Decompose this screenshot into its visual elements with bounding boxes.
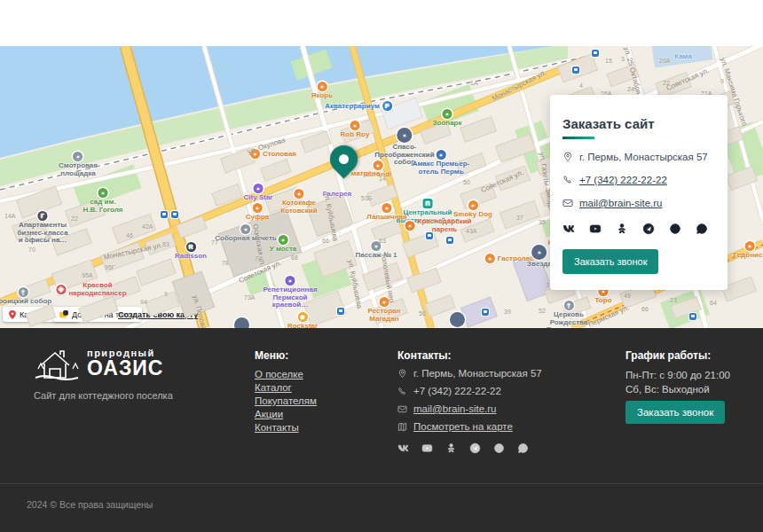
- house-number: 9: [720, 78, 724, 84]
- map-poi-label: •Smoky Dog: [453, 200, 492, 219]
- order-site-card: Заказать сайт г. Пермь, Монастырская 57 …: [550, 95, 728, 290]
- map-poi-label: †Троицкий собор: [0, 287, 51, 306]
- house-number: 72: [255, 255, 262, 262]
- map-poi-label: матрёна: [351, 170, 381, 178]
- card-order-call-button[interactable]: Заказать звонок: [562, 249, 658, 274]
- house-number: 35: [539, 219, 546, 225]
- house-number: 95А: [82, 272, 92, 278]
- footer-divider: [0, 483, 763, 484]
- poi-icon: •: [285, 276, 295, 286]
- schedule-line: Пн-Пт: с 9:00 до 21:00: [625, 368, 730, 382]
- poi-icon: •: [468, 200, 477, 210]
- viber-icon[interactable]: [493, 442, 505, 454]
- youtube-icon[interactable]: [421, 442, 433, 454]
- card-email-link[interactable]: mail@brain-site.ru: [579, 198, 662, 208]
- poi-text: Якорь: [311, 91, 333, 99]
- poi-text: У моста: [270, 245, 297, 253]
- house-number: 52: [539, 308, 546, 314]
- taxi-icon: [59, 310, 68, 318]
- ok-icon[interactable]: [445, 442, 457, 454]
- poi-text: Церковь Рождества Богородицы: [547, 310, 591, 328]
- map-poi-label: •сад им. Н.В. Гоголя: [83, 188, 123, 214]
- poi-text: Смотровая площадка: [59, 161, 98, 177]
- footer-menu-link[interactable]: Покупателям: [255, 395, 317, 408]
- map-poi-label: •Котокафе Котовский: [280, 189, 317, 215]
- house-number: 22: [71, 215, 78, 222]
- map-poi-label: •Пассаж № 1: [355, 241, 397, 260]
- vk-icon[interactable]: [562, 223, 575, 235]
- poi-text: Суфра: [246, 213, 269, 221]
- map-poi-label: •Амакс Премьер- отель Пермь: [413, 150, 469, 176]
- house-number: 3: [621, 56, 625, 62]
- footer-contacts-column: Контакты: г. Пермь, Монастырская 57 +7 (…: [397, 349, 542, 454]
- map-poi-label: •Звезда: [527, 245, 552, 269]
- map-poi-label: •Репетиционная Пермской краевой…: [263, 276, 317, 309]
- house-number: 66: [641, 306, 649, 312]
- card-phone-row: +7 (342) 222-22-22: [562, 175, 715, 185]
- footer-menu-link[interactable]: Акции: [255, 408, 317, 421]
- house-number: 1А: [470, 80, 478, 86]
- footer-menu-link[interactable]: О поселке: [255, 368, 317, 381]
- location-pin-icon: [562, 152, 573, 162]
- footer-menu-link[interactable]: Контакты: [255, 421, 317, 434]
- telegram-icon[interactable]: [469, 442, 481, 454]
- transit-stop-icon: [337, 308, 344, 315]
- poi-icon: •: [532, 245, 547, 260]
- poi-text: Троицкий собор: [0, 297, 51, 305]
- whatsapp-icon[interactable]: [696, 223, 708, 235]
- email-icon: [562, 198, 573, 208]
- vk-icon[interactable]: [397, 442, 409, 454]
- viber-icon[interactable]: [669, 223, 681, 235]
- route-pin-icon: [9, 310, 16, 319]
- whatsapp-icon[interactable]: [517, 442, 529, 454]
- map-poi-label: •Лапшичная: [366, 203, 406, 222]
- ok-icon[interactable]: [616, 223, 628, 235]
- email-icon: [397, 404, 407, 414]
- phone-icon: [562, 175, 573, 185]
- card-title: Заказать сайт: [562, 116, 715, 131]
- poi-icon: •: [278, 235, 287, 245]
- telegram-icon[interactable]: [642, 223, 655, 235]
- card-address: г. Пермь, Монастырская 57: [579, 152, 708, 162]
- poi-text: Зоопарк: [433, 119, 462, 127]
- footer-phone-link[interactable]: +7 (342) 222-22-22: [413, 386, 501, 396]
- house-number: 42А: [142, 223, 153, 230]
- house-number: 46: [126, 232, 133, 239]
- card-phone-link[interactable]: +7 (342) 222-22-22: [579, 175, 667, 185]
- footer-order-call-button[interactable]: Заказать звонок: [625, 401, 725, 424]
- transit-stop-icon: [572, 66, 579, 74]
- footer-menu-link[interactable]: Каталог: [255, 381, 317, 395]
- poi-icon: •: [98, 188, 107, 198]
- map-poi-label: •Суфра: [246, 203, 269, 222]
- footer-tagline: Сайт для коттеджного поселка: [34, 390, 173, 401]
- poi-icon: •: [74, 152, 83, 161]
- poi-text: Акватеррариум: [325, 103, 380, 111]
- map-poi-label: •Смотровая площадка: [59, 152, 98, 177]
- poi-icon: ✚: [56, 285, 66, 294]
- footer-map-link[interactable]: Посмотреть на карте: [413, 421, 513, 432]
- map-poi-label: •Соборная мечеть: [215, 224, 277, 243]
- poi-icon: П: [422, 199, 432, 208]
- logo: природный ОАЗИС: [34, 348, 173, 383]
- copyright: 2024 © Все права защищены: [27, 499, 153, 510]
- house-number: 4: [579, 82, 583, 89]
- poi-icon: R: [185, 242, 195, 252]
- page: Как добраться Доехать на такси Создать с…: [0, 0, 763, 532]
- poi-text: Пассаж № 1: [355, 251, 397, 259]
- transit-stop-icon: [171, 211, 178, 218]
- footer-logo-block: природный ОАЗИС Сайт для коттеджного пос…: [34, 348, 173, 401]
- poi-text: Rockstar: [287, 322, 318, 328]
- footer-email-link[interactable]: mail@brain-site.ru: [413, 403, 496, 414]
- poi-icon: †: [563, 301, 573, 310]
- house-number: 37: [516, 215, 523, 221]
- house-number: 39: [504, 309, 511, 315]
- house-number: 14А: [4, 213, 15, 219]
- footer-menu-column: Меню: О поселкеКаталогПокупателямАкцииКо…: [255, 349, 317, 434]
- poi-text: Звезда: [527, 260, 552, 268]
- schedule-title: График работы:: [625, 349, 730, 362]
- schedule-line: Сб, Вс: Выходной: [625, 382, 730, 396]
- poi-icon: •: [350, 121, 359, 130]
- poi-text: Краснодарский парень: [418, 218, 472, 233]
- footer-email-row: mail@brain-site.ru: [397, 403, 542, 414]
- youtube-icon[interactable]: [589, 223, 602, 235]
